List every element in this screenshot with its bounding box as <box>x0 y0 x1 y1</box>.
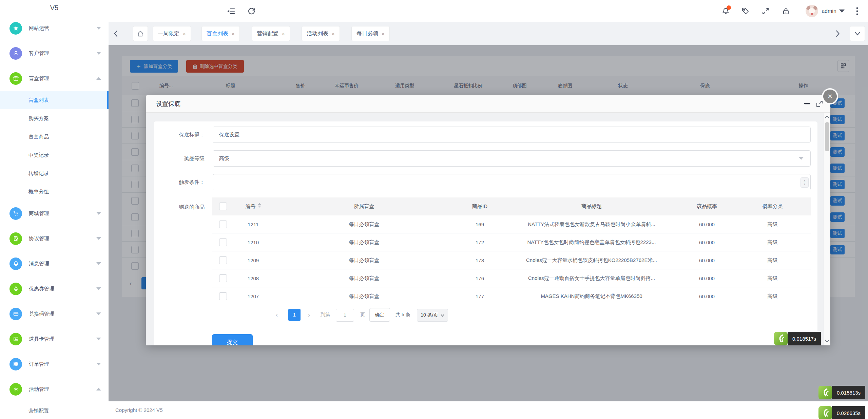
tab-activity-list[interactable]: 活动列表× <box>302 26 340 41</box>
sidebar-item-purchase-plan[interactable]: 购买方案 <box>0 109 109 128</box>
sidebar-item-probability-groups[interactable]: 概率分组 <box>0 183 109 201</box>
star-icon <box>9 22 22 35</box>
page-size-select[interactable]: 10 条/页 <box>417 309 448 322</box>
next-page-icon[interactable]: › <box>308 309 310 321</box>
bell-icon <box>9 258 22 270</box>
flame-icon <box>9 283 22 295</box>
guarantee-title-label: 保底标题： <box>154 132 205 138</box>
lock-icon[interactable] <box>779 0 793 22</box>
prize-level-select[interactable]: 高级 <box>213 150 811 167</box>
sidebar-item-win-records[interactable]: 中奖记录 <box>0 146 109 164</box>
current-page[interactable]: 1 <box>288 309 301 321</box>
tabs-dropdown-icon[interactable] <box>850 26 865 41</box>
tab-home[interactable] <box>133 26 148 41</box>
close-icon[interactable]: × <box>183 31 186 37</box>
close-icon[interactable]: × <box>282 31 285 37</box>
gift-table-pagination: ‹ 1 › 到第 页 确定 共 5 条 10 条/页 <box>212 305 811 324</box>
trigger-condition-input[interactable] <box>213 174 811 190</box>
more-menu-icon[interactable] <box>851 0 863 22</box>
gift-table-header: 编号 所属盲盒 商品ID 商品标题 该品概率 概率分类 <box>212 197 811 215</box>
tab-blindbox-list[interactable]: 盲盒列表× <box>201 26 240 41</box>
close-icon[interactable]: × <box>232 31 235 37</box>
chevron-down-icon <box>839 9 845 13</box>
sidebar-item-prop-card[interactable]: 道具卡管理 <box>0 326 109 351</box>
sidebar-item-blindbox-goods[interactable]: 盲盒商品 <box>0 128 109 146</box>
scrollbar-thumb[interactable] <box>825 122 829 151</box>
card-icon <box>9 308 22 320</box>
submit-button[interactable]: 提交 <box>212 334 253 345</box>
sidebar-item-customer[interactable]: 客户管理 <box>0 41 109 66</box>
refresh-icon[interactable] <box>244 0 258 22</box>
sidebar-item-website[interactable]: 网站运营 <box>0 16 109 41</box>
gift-table-row: 1211每日必领盲盒169NATTY法式轻奢包包女新款复古马鞍包时尚小众单肩斜.… <box>212 215 811 233</box>
chevron-down-icon <box>96 212 101 215</box>
sidebar-item-message[interactable]: 消息管理 <box>0 251 109 276</box>
collapse-sidebar-icon[interactable] <box>224 0 238 22</box>
sidebar-item-activity[interactable]: 活动管理 <box>0 377 109 402</box>
sidebar-item-coupon[interactable]: 优惠券管理 <box>0 276 109 301</box>
select-all-checkbox[interactable] <box>219 203 227 210</box>
fullscreen-icon[interactable] <box>759 0 772 22</box>
thinkphp-icon <box>818 406 832 419</box>
app-logo: V5 <box>0 0 109 16</box>
tab-weekly-limited[interactable]: 一周限定× <box>153 26 191 41</box>
tab-daily-claim[interactable]: 每日必领× <box>351 26 390 41</box>
guarantee-title-input[interactable]: 保底设置 <box>213 127 811 143</box>
gift-table-row: 1207每日必领盲盒177MAGES KAHN简约商务笔记本背包MK663506… <box>212 287 811 305</box>
username: admin <box>822 8 836 14</box>
goto-page-input[interactable] <box>336 309 354 322</box>
row-checkbox[interactable] <box>219 239 227 246</box>
sidebar-item-mall[interactable]: 商城管理 <box>0 201 109 226</box>
chevron-down-icon <box>96 363 101 365</box>
close-icon[interactable]: × <box>382 31 385 37</box>
modal-scrollbar[interactable] <box>824 113 830 345</box>
scroll-down-icon[interactable] <box>825 340 829 343</box>
topbar: admin <box>109 0 868 22</box>
tag-icon[interactable] <box>738 0 752 22</box>
sidebar-item-transfer-records[interactable]: 转增记录 <box>0 164 109 183</box>
chevron-down-icon <box>96 237 101 240</box>
sidebar-item-order[interactable]: 订单管理 <box>0 351 109 377</box>
chevron-down-icon <box>96 52 101 55</box>
notification-bell-icon[interactable] <box>719 0 732 22</box>
sidebar: V5 网站运营 客户管理 盲盒管理 盲盒列表 购买方案 盲盒商品 中奖记录 转增… <box>0 0 109 419</box>
scroll-up-icon[interactable] <box>825 115 829 118</box>
gift-table-row: 1208每日必领盲盒176Cnoles蔻一通勤百搭女士手提包大容量单肩包时尚斜挎… <box>212 269 811 287</box>
modal-header: 设置保底 <box>146 95 830 113</box>
avatar[interactable] <box>805 0 818 22</box>
tabs-scroll-left-icon[interactable] <box>111 22 121 45</box>
debug-time-badge: 0.018517s <box>774 332 821 345</box>
sidebar-item-blindbox[interactable]: 盲盒管理 <box>0 66 109 91</box>
row-checkbox[interactable] <box>219 292 227 300</box>
tabs-scroll-right-icon[interactable] <box>833 22 842 45</box>
confirm-page-button[interactable]: 确定 <box>369 308 390 322</box>
thinkphp-icon <box>818 386 832 399</box>
chevron-down-icon <box>96 27 101 30</box>
sidebar-item-marketing-config[interactable]: 营销配置 <box>0 402 109 419</box>
row-checkbox[interactable] <box>219 274 227 282</box>
chevron-down-icon <box>96 262 101 265</box>
number-stepper[interactable]: ˄˅ <box>801 177 809 188</box>
gift-products-label: 赠送的商品 <box>154 204 205 210</box>
user-menu[interactable]: admin <box>818 0 848 22</box>
footer: Copyright © 2024 V5 <box>109 401 868 419</box>
gift-table-row: 1209每日必领盲盒173Cnoles蔻一大容量水桶包软皮斜挎包KO22205B… <box>212 251 811 269</box>
sidebar-item-redeem-code[interactable]: 兑换码管理 <box>0 301 109 326</box>
close-icon[interactable]: × <box>332 31 335 37</box>
tab-marketing-config[interactable]: 营销配置× <box>252 26 290 41</box>
set-guarantee-modal: 设置保底 × 保底标题： 保底设置 奖品等级 高级 触发条件： ˄˅ 赠送的商品… <box>146 95 830 345</box>
prize-level-label: 奖品等级 <box>154 155 205 162</box>
row-checkbox[interactable] <box>219 221 227 228</box>
notification-dot <box>727 5 731 10</box>
sidebar-item-agreement[interactable]: 协议管理 <box>0 226 109 251</box>
sort-icon[interactable] <box>258 203 261 208</box>
row-checkbox[interactable] <box>219 256 227 264</box>
image-icon <box>9 333 22 345</box>
goto-prefix: 到第 <box>321 309 330 321</box>
modal-close-button[interactable]: × <box>822 88 838 104</box>
minimize-icon[interactable] <box>803 99 812 109</box>
user-icon <box>9 47 22 60</box>
sidebar-item-blindbox-list[interactable]: 盲盒列表 <box>0 91 109 109</box>
chevron-down-icon <box>441 314 444 317</box>
prev-page-icon[interactable]: ‹ <box>276 309 278 321</box>
